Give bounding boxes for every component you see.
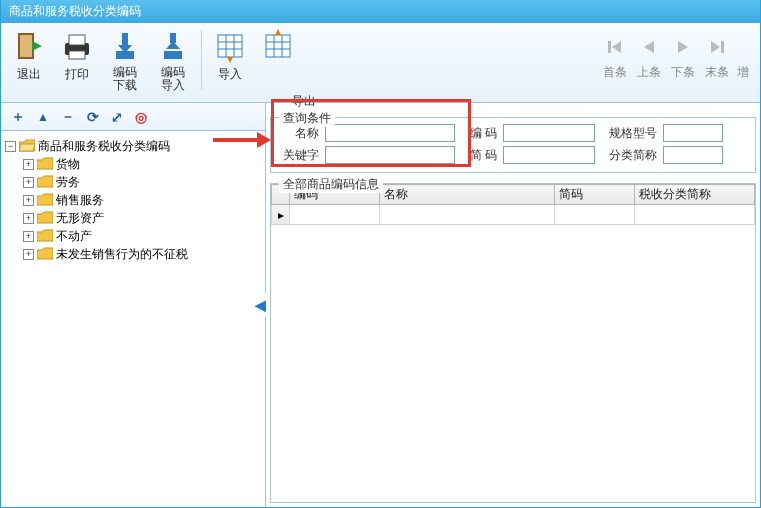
svg-marker-17 <box>227 57 233 63</box>
filter-name-label: 名称 <box>277 125 319 142</box>
nav-extra-icon <box>732 36 754 58</box>
tree-node[interactable]: +不动产 <box>23 227 261 245</box>
tree-node-label: 未发生销售行为的不征税 <box>56 246 188 263</box>
grid-cell[interactable] <box>380 205 555 225</box>
tree-node-label: 无形资产 <box>56 210 104 227</box>
tree-node[interactable]: +未发生销售行为的不征税 <box>23 245 261 263</box>
tree-node[interactable]: +货物 <box>23 155 261 173</box>
grid-row[interactable]: ▸ <box>272 205 755 225</box>
filter-spec-input[interactable] <box>663 124 723 142</box>
svg-rect-1 <box>20 35 32 57</box>
filter-keyword-label: 关键字 <box>277 147 319 164</box>
code-import-button[interactable]: 编码 导入 <box>149 26 197 98</box>
svg-marker-35 <box>37 212 53 223</box>
expand-icon[interactable]: + <box>23 213 34 224</box>
filter-name-input[interactable] <box>325 124 455 142</box>
svg-marker-2 <box>32 41 42 51</box>
filter-keyword-input[interactable] <box>325 146 455 164</box>
toolbar-separator <box>201 30 202 90</box>
tree-add-button[interactable]: ＋ <box>11 108 25 126</box>
export-button[interactable]: 导出 <box>254 26 302 98</box>
print-button[interactable]: 打印 <box>53 26 101 98</box>
panel-collapse-button[interactable]: ◀ <box>255 293 266 317</box>
folder-icon <box>37 211 53 225</box>
folder-icon <box>37 229 53 243</box>
code-download-label: 编码 下载 <box>113 66 137 92</box>
svg-marker-33 <box>37 176 53 187</box>
expand-icon[interactable]: + <box>23 177 34 188</box>
tree-up-button[interactable]: ▲ <box>37 110 49 124</box>
tree-node[interactable]: +销售服务 <box>23 191 261 209</box>
code-import-label: 编码 导入 <box>161 66 185 92</box>
nav-prev-label: 上条 <box>637 64 661 81</box>
filter-catshort-input[interactable] <box>663 146 723 164</box>
nav-next-button[interactable]: 下条 <box>666 26 700 81</box>
grid-col-catshort[interactable]: 税收分类简称 <box>635 185 755 205</box>
grid-cell[interactable] <box>635 205 755 225</box>
download-icon <box>107 28 143 64</box>
expand-icon[interactable]: + <box>23 249 34 260</box>
grid-export-icon <box>260 28 296 64</box>
nav-last-icon <box>706 36 728 58</box>
tree-remove-button[interactable]: － <box>61 108 75 126</box>
import-icon <box>155 28 191 64</box>
grid-col-name[interactable]: 名称 <box>380 185 555 205</box>
collapse-icon[interactable]: − <box>5 141 16 152</box>
exit-icon <box>11 28 47 64</box>
svg-marker-27 <box>678 41 688 53</box>
filter-group: 查询条件 名称 编 码 规格型号 关键字 简 码 分类简称 <box>270 117 756 173</box>
tree-node[interactable]: +无形资产 <box>23 209 261 227</box>
grid-group: 全部商品编码信息 编码 名称 简码 税收分类简称 <box>270 183 756 503</box>
grid-cell[interactable] <box>555 205 635 225</box>
folder-icon <box>37 157 53 171</box>
tree-panel: ＋ ▲ － ⟳ ⤢ ◎ − 商品和服务税收分类编码 +货物+劳务+销售服务+无形… <box>1 103 266 507</box>
nav-last-button[interactable]: 末条 <box>700 26 734 81</box>
filter-code-input[interactable] <box>503 124 595 142</box>
filter-legend: 查询条件 <box>279 110 335 127</box>
svg-marker-32 <box>37 158 53 169</box>
printer-icon <box>59 28 95 64</box>
svg-marker-25 <box>612 41 621 53</box>
grid-import-icon <box>212 28 248 64</box>
svg-marker-36 <box>37 230 53 241</box>
svg-marker-26 <box>644 41 654 53</box>
exit-button[interactable]: 退出 <box>5 26 53 98</box>
nav-prev-button[interactable]: 上条 <box>632 26 666 81</box>
tree-refresh-button[interactable]: ⟳ <box>87 109 99 125</box>
filter-catshort-label: 分类简称 <box>601 147 657 164</box>
expand-icon[interactable]: + <box>23 231 34 242</box>
window-titlebar: 商品和服务税收分类编码 <box>1 0 760 23</box>
category-tree[interactable]: − 商品和服务税收分类编码 +货物+劳务+销售服务+无形资产+不动产+未发生销售… <box>1 131 265 507</box>
expand-icon[interactable]: + <box>23 159 34 170</box>
svg-rect-5 <box>69 51 85 59</box>
tree-node[interactable]: +劳务 <box>23 173 261 191</box>
expand-icon[interactable]: + <box>23 195 34 206</box>
code-download-button[interactable]: 编码 下载 <box>101 26 149 98</box>
filter-shortcode-label: 简 码 <box>461 147 497 164</box>
window-title: 商品和服务税收分类编码 <box>9 4 141 18</box>
exit-label: 退出 <box>17 66 41 83</box>
nav-prev-icon <box>638 36 660 58</box>
tree-target-button[interactable]: ◎ <box>135 109 147 125</box>
tree-node-label: 劳务 <box>56 174 80 191</box>
nav-first-button[interactable]: 首条 <box>598 26 632 81</box>
grid-col-short[interactable]: 简码 <box>555 185 635 205</box>
svg-rect-18 <box>266 35 290 57</box>
filter-shortcode-input[interactable] <box>503 146 595 164</box>
row-indicator-icon: ▸ <box>272 205 290 225</box>
svg-marker-31 <box>19 144 35 151</box>
grid-cell[interactable] <box>290 205 380 225</box>
tree-node-label: 货物 <box>56 156 80 173</box>
nav-extra-button[interactable]: 增 <box>734 26 752 81</box>
nav-extra-label: 增 <box>737 64 749 81</box>
import-button[interactable]: 导入 <box>206 26 254 98</box>
folder-open-icon <box>19 139 35 153</box>
stray-export-label: 导出 <box>292 93 316 110</box>
svg-rect-24 <box>608 41 611 53</box>
filter-code-label: 编 码 <box>461 125 497 142</box>
tree-root[interactable]: − 商品和服务税收分类编码 <box>5 137 261 155</box>
nav-next-icon <box>672 36 694 58</box>
tree-expand-button[interactable]: ⤢ <box>111 109 123 125</box>
print-label: 打印 <box>65 66 89 83</box>
svg-rect-7 <box>122 33 128 45</box>
